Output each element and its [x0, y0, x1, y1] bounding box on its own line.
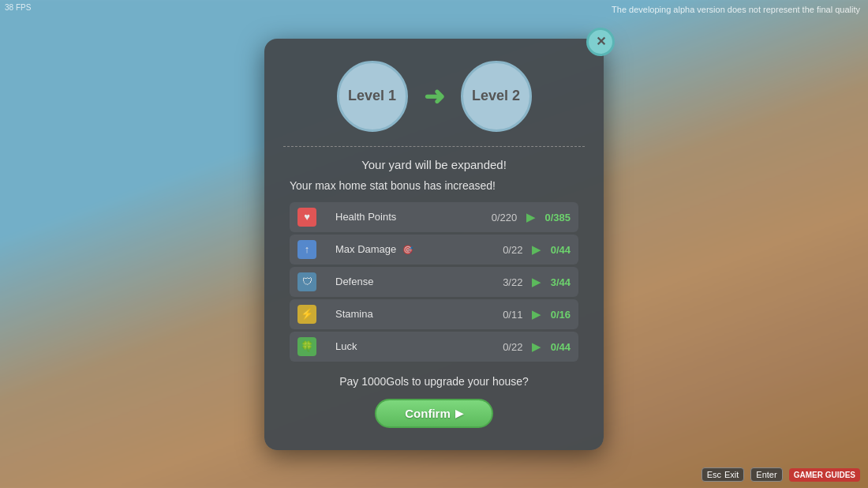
yard-expand-text: Your yard will be expanded!: [290, 158, 578, 171]
stat-values-cell: 0/22 ▶ 0/44: [453, 235, 578, 265]
stat-new-value: 0/16: [551, 309, 571, 321]
stat-icon-cell: ♥: [290, 202, 324, 232]
stat-new-value: 0/44: [551, 244, 571, 256]
stat-icon-cell: ↑: [290, 235, 324, 265]
health-icon: ♥: [297, 208, 316, 227]
stat-old-value: 0/220: [492, 212, 518, 223]
stat-arrow: ▶: [532, 275, 541, 288]
close-icon: ✕: [596, 34, 606, 49]
stat-name-cell: Max Damage 🎯: [324, 235, 453, 265]
level-from-circle: Level 1: [337, 61, 408, 132]
stat-name-label: Defense: [332, 276, 373, 287]
table-row: 🛡 Defense 3/22 ▶ 3/44: [290, 267, 578, 297]
upgrade-arrow: ➜: [424, 81, 445, 111]
stat-arrow: ▶: [532, 307, 541, 321]
level-to-label: Level 2: [472, 88, 520, 104]
level-header: Level 1 ➜ Level 2: [290, 61, 578, 132]
level-to-circle: Level 2: [461, 61, 532, 132]
stat-old-value: 3/22: [503, 276, 522, 288]
defense-icon: 🛡: [297, 272, 316, 291]
stat-new-value: 0/385: [544, 212, 571, 223]
table-row: 🍀 Luck 0/22 ▶ 0/44: [290, 332, 578, 362]
confirm-label: Confirm: [405, 407, 451, 420]
pay-text: Pay 1000Gols to upgrade your house?: [290, 375, 578, 388]
luck-icon: 🍀: [297, 337, 316, 356]
stat-old-value: 0/22: [503, 341, 522, 353]
table-row: ↑ Max Damage 🎯 0/22 ▶ 0/44: [290, 235, 578, 265]
stat-values-cell: 0/22 ▶ 0/44: [453, 332, 578, 362]
stat-name-label: Health Points: [332, 211, 396, 223]
stat-new-value: 3/44: [551, 276, 571, 288]
damage-icon: ↑: [297, 240, 316, 259]
stat-values-cell: 0/220 ▶ 0/385: [453, 202, 578, 232]
stat-name-cell: Stamina: [324, 299, 453, 329]
stat-values-cell: 3/22 ▶ 3/44: [453, 267, 578, 297]
stats-table: ♥ Health Points 0/220 ▶ 0/385 ↑ Max Dama…: [290, 200, 578, 364]
close-button[interactable]: ✕: [586, 28, 615, 56]
confirm-button-wrap: Confirm ▶: [290, 399, 578, 428]
dialog-wrapper: ✕ Level 1 ➜ Level 2 Your yard will be ex…: [0, 0, 868, 488]
stat-arrow: ▶: [526, 210, 536, 223]
upgrade-dialog: ✕ Level 1 ➜ Level 2 Your yard will be ex…: [264, 39, 604, 450]
stat-icon-cell: 🍀: [290, 332, 324, 362]
stat-name-label: Luck: [332, 340, 357, 352]
stat-name-cell: Health Points: [324, 202, 453, 232]
stat-old-value: 0/22: [503, 244, 522, 256]
level-from-label: Level 1: [348, 88, 396, 104]
confirm-button[interactable]: Confirm ▶: [375, 399, 493, 428]
stat-arrow: ▶: [532, 340, 541, 353]
stat-values-cell: 0/11 ▶ 0/16: [453, 299, 578, 329]
stat-name-label: Max Damage: [332, 243, 396, 255]
stat-icon-cell: ⚡: [290, 299, 324, 329]
stat-name-cell: Defense: [324, 267, 453, 297]
stat-bonus-text: Your max home stat bonus has increased!: [290, 179, 578, 192]
stat-arrow: ▶: [532, 242, 541, 256]
stat-name-label: Stamina: [332, 308, 373, 320]
stat-new-value: 0/44: [551, 341, 571, 353]
divider: [283, 146, 585, 147]
stat-name-cell: Luck: [324, 332, 453, 362]
confirm-arrow: ▶: [455, 407, 463, 419]
extra-icon: 🎯: [402, 245, 413, 254]
stat-old-value: 0/11: [503, 309, 522, 321]
table-row: ♥ Health Points 0/220 ▶ 0/385: [290, 202, 578, 232]
stat-icon-cell: 🛡: [290, 267, 324, 297]
stamina-icon: ⚡: [297, 305, 316, 324]
table-row: ⚡ Stamina 0/11 ▶ 0/16: [290, 299, 578, 329]
